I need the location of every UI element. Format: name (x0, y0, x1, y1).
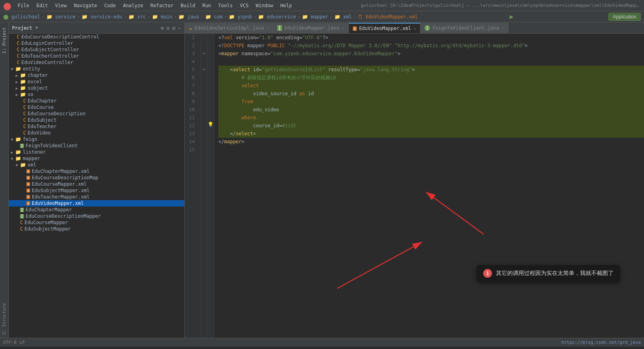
breadcrumb-src[interactable]: 📁 src (128, 14, 146, 20)
menu-vcs[interactable]: VCS (237, 2, 252, 9)
tree-item-edu-course-desc-mapper-xml[interactable]: x EduCourseDescriptionMap (9, 174, 184, 181)
tab-edu-video-mapper-xml[interactable]: x EduVideoMapper.xml × (349, 23, 421, 33)
breadcrumb-service-edu[interactable]: 📁 service-edu (82, 14, 122, 20)
code-line-2: <!DOCTYPE mapper PUBLIC "-//mybatis.org/… (218, 42, 644, 50)
tab-close-icon[interactable]: × (501, 26, 504, 31)
tab-edu-video-service-impl[interactable]: ☕ EduVideoServiceImpl.java × (185, 23, 273, 33)
tree-item[interactable]: I EduChapterMapper (9, 207, 184, 213)
tree-folder-chapter[interactable]: ▶ 📁 chapter (9, 72, 184, 78)
code-line-6: # 获取指定课程id所有的小节对应的视频id (218, 74, 644, 82)
tree-folder-feign[interactable]: ▼ 📁 feign (9, 136, 184, 142)
breadcrumb-file[interactable]: 🗒 EduVideoMapper.xml (358, 14, 418, 20)
class-icon: C (23, 98, 26, 104)
line-numbers: 1 2 3 4 5 6 7 8 9 10 11 12 13 14 15 (185, 34, 201, 338)
settings-icon[interactable]: ⚙ (172, 25, 175, 31)
tree-item[interactable]: C EduCourseDescriptionControl (9, 34, 184, 40)
status-line-sep: LF (20, 340, 25, 345)
menu-run[interactable]: Run (199, 2, 214, 9)
breadcrumb-com[interactable]: 📁 com (205, 14, 223, 20)
breadcrumb-service[interactable]: 📁 service (46, 14, 76, 20)
tree-item[interactable]: C EduVideoController (9, 59, 184, 66)
tree-item[interactable]: C EduSubjectMapper (9, 226, 184, 232)
tab-feign-to-video-client[interactable]: I FeignToVideoClient.java × (420, 23, 508, 33)
menu-help[interactable]: Help (277, 2, 295, 9)
tree-arrow: ▶ (14, 92, 20, 97)
tree-item-edu-subject-mapper-xml[interactable]: x EduSubjectMapper.xml (9, 187, 184, 194)
folder-icon: 📁 (15, 156, 21, 161)
tree-item[interactable]: C EduTeacherController (9, 53, 184, 59)
breadcrumb-java[interactable]: 📁 java (178, 14, 199, 20)
tree-item-edu-teacher-mapper-xml[interactable]: x EduTeacherMapper.xml (9, 194, 184, 200)
menu-analyze[interactable]: Analyze (120, 2, 146, 9)
tree-item[interactable]: C EduTeacher (9, 123, 184, 130)
tree-folder-xml[interactable]: ▼ 📁 xml (9, 162, 184, 168)
gutter-markers: 💡 (207, 34, 214, 338)
xml-icon: x (26, 195, 30, 199)
tree-folder-listener[interactable]: ▶ 📁 listener (9, 149, 184, 155)
menu-view[interactable]: View (52, 2, 70, 9)
tree-arrow: ▶ (14, 73, 20, 78)
run-arrow-icon: ▶ (510, 13, 514, 20)
tree-item[interactable]: C EduCourseDescription (9, 110, 184, 117)
menu-code[interactable]: Code (101, 2, 119, 9)
fold-mapper[interactable]: − (201, 50, 207, 58)
code-content[interactable]: <?xml version="1.0" encoding="UTF-8"?> <… (214, 34, 644, 338)
menu-file[interactable]: File (14, 2, 32, 9)
tab-edu-video-mapper-java[interactable]: I EduVideoMapper.java × (273, 23, 348, 33)
application-button[interactable]: Application (608, 13, 641, 21)
code-line-12: course_id=#{id} (218, 122, 644, 130)
menu-window[interactable]: Window (252, 2, 276, 9)
code-line-9: from (218, 98, 644, 106)
tree-item-edu-course-mapper-xml[interactable]: x EduCourseMapper.xml (9, 181, 184, 187)
menu-tools[interactable]: Tools (215, 2, 236, 9)
bulb-marker[interactable]: 💡 (207, 122, 214, 130)
tree-item-edu-video-mapper-xml[interactable]: x EduVideoMapper.xml (9, 200, 184, 207)
tree-item[interactable]: C EduSubject (9, 117, 184, 123)
tab-close-icon[interactable]: × (414, 26, 416, 31)
breadcrumb-yzpnb[interactable]: 📁 yzpnb (229, 14, 252, 20)
project-tab[interactable]: 1: Project (0, 24, 8, 57)
menu-refactor[interactable]: Refactor (147, 2, 177, 9)
locate-icon[interactable]: ⊕ (160, 25, 164, 31)
breadcrumb-project[interactable]: ⬤ gulischool (3, 14, 40, 20)
java-file-icon: ☕ (189, 25, 192, 31)
menu-build[interactable]: Build (178, 2, 198, 9)
breadcrumb-xml[interactable]: 📁 xml (334, 14, 352, 20)
tree-item[interactable]: C EduVideo (9, 130, 184, 136)
status-bar: UTF-8 LF https://blog.csdn.net/grd_java (0, 338, 644, 347)
tree-folder-entity[interactable]: ▼ 📁 entity (9, 66, 184, 72)
xml-file-icon: x (353, 26, 357, 31)
folder-icon: 📁 (20, 92, 26, 97)
tree-item[interactable]: I EduCourseDescriptionMapper (9, 213, 184, 219)
tree-item[interactable]: C EduLoginController (9, 40, 184, 46)
tree-item[interactable]: C EduSubjectController (9, 46, 184, 53)
tab-close-icon[interactable]: × (342, 26, 344, 31)
tree-folder-subject[interactable]: ▶ 📁 subject (9, 85, 184, 91)
panel-header: Project ▼ ⊕ ≡ ⚙ − (9, 22, 184, 34)
code-line-1: <?xml version="1.0" encoding="UTF-8"?> (218, 34, 644, 42)
tree-item[interactable]: I FeignToVideoClient (9, 142, 184, 149)
tree-item[interactable]: C EduCourseMapper (9, 219, 184, 226)
tree-folder-mapper[interactable]: ▼ 📁 mapper (9, 155, 184, 162)
tree-arrow: ▼ (9, 137, 15, 142)
tree-item[interactable]: C EduChapter (9, 98, 184, 104)
collapse-icon[interactable]: ≡ (166, 25, 170, 31)
tree-folder-excel[interactable]: ▶ 📁 excel (9, 78, 184, 85)
fold-select[interactable]: − (201, 66, 207, 74)
status-url[interactable]: https://blog.csdn.net/grd_java (561, 340, 641, 345)
menu-edit[interactable]: Edit (33, 2, 51, 9)
structure-tab[interactable]: Z: Structure (0, 300, 8, 338)
xml-icon: x (26, 182, 30, 186)
tree-item[interactable]: C EduCourse (9, 104, 184, 110)
tree-item-edu-chapter-mapper-xml[interactable]: x EduChapterMapper.xml (9, 168, 184, 174)
breadcrumb-eduservice[interactable]: 📁 eduservice (258, 14, 296, 20)
breadcrumb-main[interactable]: 📁 main (152, 14, 172, 20)
tree-folder-vo[interactable]: ▶ 📁 vo (9, 91, 184, 98)
menu-navigate[interactable]: Navigate (71, 2, 100, 9)
tree-arrow: ▶ (9, 150, 15, 154)
class-icon: C (17, 60, 20, 65)
minimize-icon[interactable]: − (178, 25, 181, 31)
tab-close-icon[interactable]: × (266, 26, 269, 31)
folder-icon: 📁 (15, 136, 21, 142)
breadcrumb-mapper[interactable]: 📁 mapper (302, 14, 328, 20)
